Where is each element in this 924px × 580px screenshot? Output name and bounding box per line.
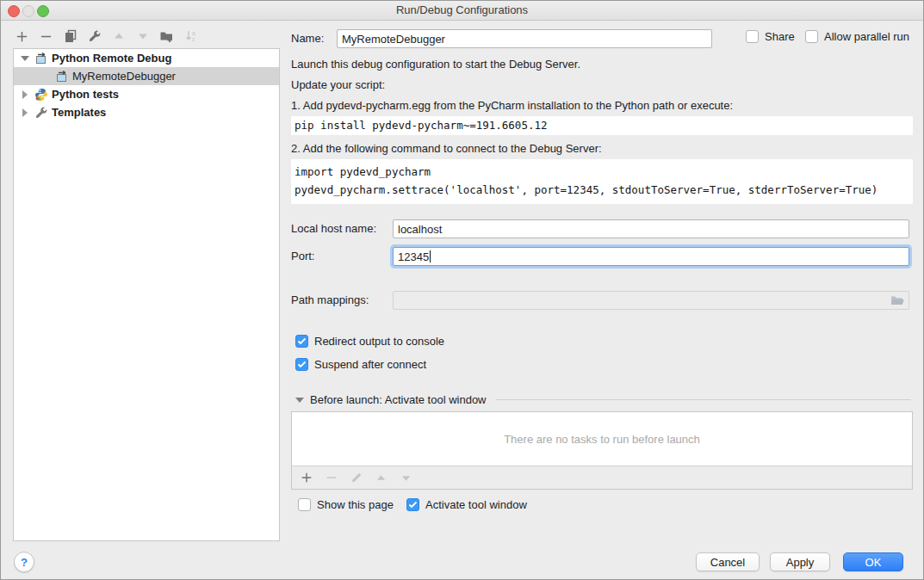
before-launch-header[interactable]: Before launch: Activate tool window <box>295 393 911 406</box>
tree-item-python-remote-debug[interactable]: Python Remote Debug <box>14 49 279 67</box>
tree-item-label: Templates <box>52 106 106 119</box>
empty-tasks-text: There are no tasks to run before launch <box>504 433 700 446</box>
run-debug-configurations-dialog: Run/Debug Configurations az <box>0 0 924 580</box>
edit-defaults-icon[interactable] <box>87 29 102 44</box>
code-line: pydevd_pycharm.settrace('localhost', por… <box>291 181 913 199</box>
settrace-code: import pydevd_pycharm pydevd_pycharm.set… <box>291 159 913 204</box>
chevron-down-icon[interactable] <box>21 54 29 63</box>
redirect-output-checkbox[interactable] <box>295 335 308 348</box>
redirect-output-row[interactable]: Redirect output to console <box>295 335 444 348</box>
suspend-after-connect-checkbox[interactable] <box>295 358 308 371</box>
cancel-button[interactable]: Cancel <box>696 552 760 571</box>
allow-parallel-run-checkbox-row[interactable]: Allow parallel run <box>805 30 909 43</box>
path-mappings-label: Path mappings: <box>291 293 369 306</box>
name-input[interactable] <box>337 29 712 48</box>
step-2-text: 2. Add the following command to connect … <box>291 142 602 155</box>
port-label: Port: <box>291 250 314 262</box>
code-line: pip install pydevd-pycharm~=191.6605.12 <box>291 116 913 134</box>
activate-tool-window-checkbox[interactable] <box>406 498 419 511</box>
task-list-toolbar <box>292 466 912 489</box>
tree-item-my-remote-debugger[interactable]: MyRemoteDebugger <box>14 67 279 85</box>
code-line: import pydevd_pycharm <box>291 163 913 181</box>
allow-parallel-run-label: Allow parallel run <box>824 30 909 43</box>
copy-configuration-icon[interactable] <box>63 29 78 44</box>
text-caret <box>430 250 431 262</box>
before-launch-title: Before launch: Activate tool window <box>310 393 487 406</box>
show-this-page-checkbox[interactable] <box>298 498 311 511</box>
port-value: 12345 <box>398 250 429 263</box>
svg-text:z: z <box>192 36 195 42</box>
local-host-name-label: Local host name: <box>291 222 376 235</box>
task-list-empty-area: There are no tasks to run before launch <box>292 412 912 466</box>
remove-icon[interactable] <box>39 29 53 44</box>
name-label: Name: <box>291 32 324 45</box>
before-launch-task-list: There are no tasks to run before launch <box>291 411 913 490</box>
chevron-right-icon[interactable] <box>21 90 29 99</box>
show-this-page-row[interactable]: Show this page <box>298 498 394 511</box>
configurations-toolbar: az <box>15 28 198 45</box>
run-config-icon <box>55 70 69 83</box>
help-label: ? <box>21 556 28 569</box>
share-checkbox-row[interactable]: Share <box>746 30 795 43</box>
intro-line-2: Update your script: <box>291 78 385 91</box>
tree-item-label: Python tests <box>52 88 119 101</box>
redirect-output-label: Redirect output to console <box>314 335 444 348</box>
move-down-icon <box>135 29 150 44</box>
python-tests-icon <box>34 88 48 102</box>
local-host-name-input[interactable] <box>393 219 909 238</box>
share-checkbox[interactable] <box>746 30 759 43</box>
apply-button[interactable]: Apply <box>770 552 830 571</box>
tree-item-label: MyRemoteDebugger <box>72 70 176 83</box>
add-icon[interactable] <box>15 29 29 44</box>
ok-button[interactable]: OK <box>843 552 903 571</box>
move-task-up-icon <box>374 471 388 485</box>
allow-parallel-run-checkbox[interactable] <box>805 30 818 43</box>
collapse-triangle-icon[interactable] <box>295 398 304 403</box>
suspend-after-connect-label: Suspend after connect <box>314 358 426 371</box>
configurations-tree: Python Remote Debug MyRemoteDebugger Pyt… <box>13 48 280 541</box>
sort-configurations-icon: az <box>183 29 198 44</box>
chevron-right-icon[interactable] <box>21 108 29 117</box>
configuration-editor: Name: Share Allow parallel run Launch th… <box>291 25 913 541</box>
move-up-icon <box>111 29 126 44</box>
activate-tool-window-row[interactable]: Activate tool window <box>406 498 527 511</box>
move-task-down-icon <box>399 471 413 485</box>
new-folder-icon[interactable] <box>159 29 174 44</box>
svg-text:a: a <box>192 30 195 36</box>
tree-item-label: Python Remote Debug <box>52 52 171 65</box>
show-this-page-label: Show this page <box>317 498 394 511</box>
cancel-label: Cancel <box>710 556 745 569</box>
path-mappings-input[interactable] <box>393 291 909 310</box>
remove-task-icon <box>324 471 338 485</box>
step-1-text: 1. Add pydevd-pycharm.egg from the PyCha… <box>291 99 733 112</box>
port-input[interactable]: 12345 <box>393 247 909 266</box>
help-button[interactable]: ? <box>14 552 34 572</box>
header-rule <box>496 399 911 400</box>
wrench-icon <box>34 106 48 120</box>
window-title: Run/Debug Configurations <box>1 3 923 16</box>
edit-task-icon <box>349 471 363 485</box>
ok-label: OK <box>865 556 882 569</box>
titlebar: Run/Debug Configurations <box>1 1 923 21</box>
pip-install-code: pip install pydevd-pycharm~=191.6605.12 <box>291 116 913 135</box>
suspend-after-connect-row[interactable]: Suspend after connect <box>295 358 426 371</box>
tree-item-python-tests[interactable]: Python tests <box>14 85 279 103</box>
add-task-icon[interactable] <box>299 471 313 485</box>
run-config-icon <box>34 52 48 65</box>
apply-label: Apply <box>786 556 815 569</box>
share-label: Share <box>765 30 795 43</box>
browse-folder-icon[interactable] <box>890 294 904 306</box>
activate-tool-window-label: Activate tool window <box>425 498 527 511</box>
tree-item-templates[interactable]: Templates <box>14 103 279 121</box>
intro-line-1: Launch this debug configuration to start… <box>291 58 580 71</box>
